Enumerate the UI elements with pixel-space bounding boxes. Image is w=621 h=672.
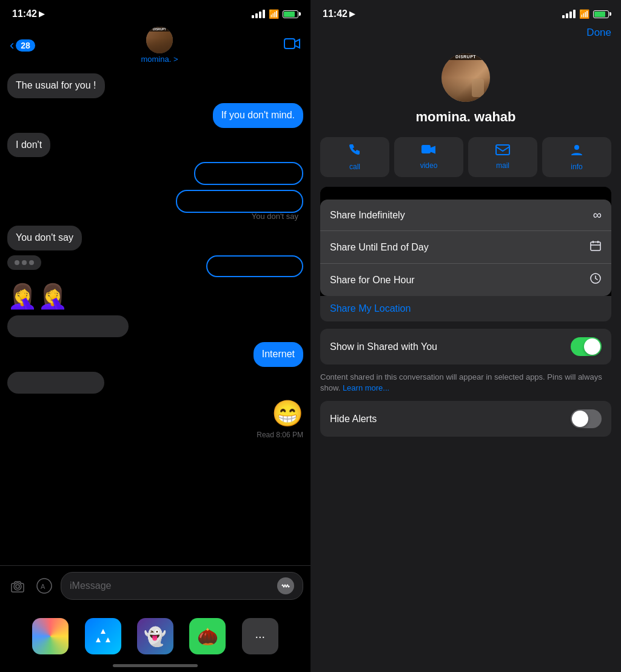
svg-rect-5 — [421, 145, 431, 153]
left-status-icons: 📶 — [252, 9, 298, 19]
shared-with-you-toggle[interactable] — [571, 337, 602, 356]
back-chevron-icon: ‹ — [10, 38, 14, 53]
right-status-icons: 📶 — [562, 9, 609, 19]
shared-with-you-sublabel: Content shared in this conversation will… — [310, 372, 621, 401]
calendar-icon — [589, 240, 602, 255]
avatar-large-image: DISRUPT — [441, 53, 490, 102]
contact-full-name: momina. wahab — [415, 109, 515, 125]
svg-rect-6 — [496, 145, 509, 155]
action-buttons-row: call video mail — [310, 137, 621, 187]
message-bubble-received: I don't — [7, 133, 50, 158]
mail-label: mail — [496, 161, 509, 170]
hide-alerts-toggle-knob — [572, 411, 588, 427]
call-label: call — [349, 163, 360, 171]
clock-icon — [589, 272, 602, 287]
redacted-bubble-outlined — [206, 255, 303, 277]
emoji-sent: 😁 — [272, 398, 303, 428]
share-indefinitely-option[interactable]: Share Indefinitely ∞ — [320, 200, 611, 231]
svg-point-2 — [16, 585, 19, 588]
ghost-app-icon[interactable]: 👻 — [137, 618, 173, 654]
share-end-of-day-label: Share Until End of Day — [330, 242, 429, 253]
reply-group: You don't say — [7, 190, 303, 221]
redacted-bubble — [194, 162, 303, 185]
table-row: The usual for you ! — [7, 73, 303, 98]
left-signal-icon — [252, 10, 265, 18]
appstore-app-icon[interactable] — [85, 618, 121, 654]
avatar-image-small: DISRUPT — [146, 27, 173, 53]
left-wifi-icon: 📶 — [269, 9, 279, 19]
table-row: 😁 — [7, 398, 303, 428]
message-input[interactable]: iMessage — [61, 572, 303, 600]
home-indicator — [113, 664, 198, 667]
app-dock: 👻 🌰 ··· — [0, 612, 310, 664]
left-nav-bar: ‹ 28 DISRUPT momina. > — [0, 24, 310, 69]
table-row: You don't say — [7, 226, 303, 250]
location-map: ▶ Loc Send M Share Indefinitely ∞ Share … — [320, 187, 611, 296]
table-row — [7, 315, 303, 337]
done-button[interactable]: Done — [586, 27, 611, 39]
info-action-button[interactable]: info — [542, 137, 611, 177]
mail-icon — [495, 143, 510, 159]
left-time: 11:42 — [12, 8, 37, 19]
messages-area: The usual for you ! If you don't mind. I… — [0, 69, 310, 565]
table-row — [7, 372, 303, 394]
right-wifi-icon: 📶 — [579, 9, 589, 19]
location-section: ▶ Loc Send M Share Indefinitely ∞ Share … — [320, 187, 611, 321]
left-status-bar: 11:42 ▶ 📶 — [0, 0, 310, 24]
hide-alerts-toggle[interactable] — [571, 409, 602, 428]
share-one-hour-label: Share for One Hour — [330, 275, 415, 286]
share-until-end-of-day-option[interactable]: Share Until End of Day — [320, 231, 611, 264]
back-button[interactable]: ‹ 28 — [10, 38, 35, 53]
emoji-message: 🤦‍♀️🤦‍♀️ — [7, 282, 68, 311]
table-row — [7, 162, 303, 185]
share-my-location-button[interactable]: Share My Location — [330, 301, 411, 316]
contact-nav-center[interactable]: DISRUPT momina. > — [141, 27, 178, 64]
right-location-arrow: ▶ — [349, 10, 355, 18]
learn-more-link[interactable]: Learn more... — [343, 383, 389, 392]
call-action-button[interactable]: call — [320, 137, 389, 177]
contact-avatar-large: DISRUPT — [441, 53, 490, 102]
svg-rect-0 — [284, 39, 295, 49]
messages-panel: 11:42 ▶ 📶 ‹ 28 DISRUPT momina. — [0, 0, 310, 672]
share-one-hour-option[interactable]: Share for One Hour — [320, 264, 611, 296]
hide-alerts-section: Hide Alerts — [320, 401, 611, 437]
shared-with-you-section: Show in Shared with You — [320, 329, 611, 365]
video-label: video — [420, 161, 438, 170]
video-action-button[interactable]: video — [394, 137, 463, 177]
back-badge: 28 — [16, 39, 35, 52]
right-battery-icon — [593, 10, 609, 18]
video-icon — [421, 143, 437, 159]
hide-alerts-label: Hide Alerts — [330, 414, 377, 425]
location-dropdown: Share Indefinitely ∞ Share Until End of … — [320, 200, 611, 296]
more-apps-button[interactable]: ··· — [242, 618, 278, 654]
redacted-dark-bubble-2 — [7, 372, 104, 394]
redacted-bubble-2 — [176, 190, 303, 213]
svg-point-7 — [574, 145, 579, 150]
redacted-dark-bubble — [7, 315, 129, 337]
photos-app-icon[interactable] — [32, 618, 69, 654]
more-icon: ··· — [255, 630, 265, 643]
mail-action-button[interactable]: mail — [468, 137, 537, 177]
svg-rect-8 — [591, 242, 600, 250]
audio-button[interactable] — [277, 577, 294, 594]
video-call-button[interactable] — [284, 37, 301, 54]
contact-header: DISRUPT momina. wahab — [310, 44, 621, 137]
call-icon — [348, 143, 361, 160]
reply-label: You don't say — [252, 212, 298, 221]
message-bubble-sent-internet: Internet — [253, 342, 303, 367]
input-bar: A iMessage — [0, 565, 310, 612]
share-location-footer: Share My Location — [320, 296, 611, 321]
svg-point-1 — [14, 583, 21, 590]
typing-indicator — [7, 255, 41, 270]
contact-info-panel: 11:42 ▶ 📶 Done DISRUPT momina. wahab — [310, 0, 621, 672]
apps-button[interactable]: A — [34, 576, 55, 596]
table-row: I don't — [7, 133, 303, 158]
left-location-arrow: ▶ — [39, 10, 44, 18]
camera-button[interactable] — [7, 576, 28, 596]
disrupt-label: DISRUPT — [441, 53, 490, 60]
acorn-app-icon[interactable]: 🌰 — [189, 618, 226, 654]
svg-text:A: A — [41, 583, 45, 590]
contact-avatar-small: DISRUPT — [146, 27, 173, 53]
message-bubble-received: You don't say — [7, 226, 82, 250]
info-label: info — [571, 163, 582, 171]
